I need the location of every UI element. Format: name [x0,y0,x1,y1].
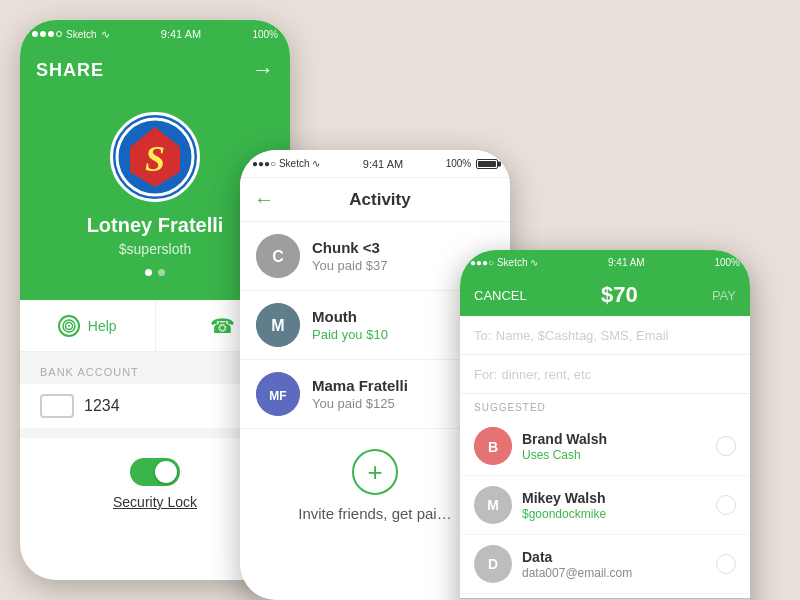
phone2-status-left: ●●●○ Sketch ∿ [252,158,320,169]
suggested-label: SUGGESTED [460,394,750,417]
mikey-info: Mikey Walsh $goondockmike [522,490,716,521]
suggestion-mikey[interactable]: M Mikey Walsh $goondockmike [460,476,750,535]
brand-sub: Uses Cash [522,448,716,462]
data-sub: data007@email.com [522,566,716,580]
suggestion-brand[interactable]: B Brand Walsh Uses Cash [460,417,750,476]
mikey-avatar: M [474,486,512,524]
suggestion-data[interactable]: D Data data007@email.com [460,535,750,594]
phone2-time: 9:41 AM [363,158,403,170]
phone2-status-bar: ●●●○ Sketch ∿ 9:41 AM 100% [240,150,510,178]
brand-avatar-img: B [474,427,512,465]
dot1 [32,31,38,37]
dot3 [48,31,54,37]
for-input[interactable]: dinner, rent, etc [502,367,592,382]
target-icon [62,319,76,333]
profile-handle: $supersloth [119,241,191,257]
to-label: To: [474,328,491,343]
to-input[interactable]: Name, $Cashtag, SMS, Email [496,328,669,343]
brand-radio[interactable] [716,436,736,456]
brand-avatar: B [474,427,512,465]
mouth-avatar: M [256,303,300,347]
chunk-avatar-img: C [256,234,300,278]
wifi-icon: ∿ [101,28,110,41]
data-radio[interactable] [716,554,736,574]
share-arrow-icon[interactable]: → [252,57,274,83]
phone1-top-bar: SHARE → [20,48,290,92]
dot-ind-1 [145,269,152,276]
data-info: Data data007@email.com [522,549,716,580]
profile-avatar: S [110,112,200,202]
plus-icon[interactable]: + [352,449,398,495]
svg-text:S: S [145,139,165,179]
data-avatar: D [474,545,512,583]
phone3-status-left: ●●●○ Sketch ∿ [470,257,538,268]
sketch-label: Sketch [66,29,97,40]
back-arrow-icon[interactable]: ← [254,188,274,211]
svg-text:C: C [272,248,284,265]
payment-amount: $70 [527,282,712,308]
security-toggle[interactable] [130,458,180,486]
for-label: For: [474,367,497,382]
phone3-battery: 100% [714,257,740,268]
activity-title: Activity [284,190,476,210]
phone3-status-bar: ●●●○ Sketch ∿ 9:41 AM 100% [460,250,750,274]
phone1-status-left: Sketch ∿ [32,28,110,41]
help-icon [58,315,80,337]
page-dots [145,269,165,276]
security-label: Security Lock [113,494,197,510]
phone1-status-bar: Sketch ∿ 9:41 AM 100% [20,20,290,48]
dot-ind-2 [158,269,165,276]
phone3-for-row: For: dinner, rent, etc [460,355,750,394]
mama-avatar-img: MF [256,372,300,416]
cancel-button[interactable]: CANCEL [474,288,527,303]
svg-text:MF: MF [269,389,286,403]
bank-card-number: 1234 [84,397,120,415]
profile-name: Lotney Fratelli [87,214,224,237]
toggle-knob [155,461,177,483]
dot2 [40,31,46,37]
mama-avatar: MF [256,372,300,416]
mikey-name: Mikey Walsh [522,490,716,506]
help-item[interactable]: Help [20,300,156,351]
brand-info: Brand Walsh Uses Cash [522,431,716,462]
brand-name: Brand Walsh [522,431,716,447]
phone3-to-row: To: Name, $Cashtag, SMS, Email [460,316,750,355]
chunk-avatar: C [256,234,300,278]
share-label: SHARE [36,60,104,81]
phone1-battery: 100% [252,29,278,40]
svg-text:M: M [271,317,284,334]
phone3-header: CANCEL $70 PAY [460,274,750,316]
phone1-time: 9:41 AM [161,28,201,40]
mikey-sub: $goondockmike [522,507,716,521]
data-name: Data [522,549,716,565]
mikey-radio[interactable] [716,495,736,515]
svg-text:B: B [488,439,498,455]
help-label: Help [88,318,117,334]
chunk-name: Chunk <3 [312,239,494,256]
phone3-time: 9:41 AM [608,257,645,268]
signal-dots [32,31,62,37]
phone2-battery-label: 100% [446,158,498,169]
phone3: ●●●○ Sketch ∿ 9:41 AM 100% CANCEL $70 PA… [460,250,750,600]
dot4 [56,31,62,37]
superman-icon: S [115,117,195,197]
bank-card-icon [40,394,74,418]
svg-point-6 [68,325,70,327]
pay-button[interactable]: PAY [712,288,736,303]
mouth-avatar-img: M [256,303,300,347]
phone-icon: ☎ [210,314,235,338]
invite-text: Invite friends, get pai… [298,505,451,522]
phone2-header: ← Activity [240,178,510,222]
